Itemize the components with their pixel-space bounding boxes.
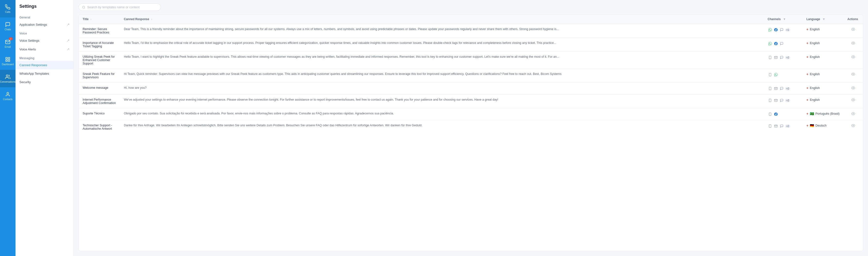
section-label-general: General: [16, 13, 73, 20]
nav-item-dashboard[interactable]: Dashboard: [0, 52, 16, 70]
sort-icon-title[interactable]: ↕: [90, 18, 92, 21]
sidebar-item-voice-alerts[interactable]: Voice Alerts ↗: [16, 45, 73, 54]
table-row: Suporte Técnico Obrigado por seu contato…: [79, 108, 863, 120]
search-input-wrap[interactable]: [79, 3, 161, 11]
sidebar-title: Settings: [16, 4, 73, 13]
row-actions-1: [843, 38, 863, 52]
svg-rect-16: [769, 87, 771, 90]
conversations-icon: [5, 74, 10, 80]
col-header-actions: Actions: [843, 15, 863, 24]
view-button-6[interactable]: [851, 112, 855, 117]
svg-point-15: [853, 74, 854, 75]
channel-icon-chat: [779, 27, 784, 32]
svg-rect-13: [769, 73, 771, 76]
col-header-channels: Channels ▼: [764, 15, 803, 24]
filter-icon-channels[interactable]: ▼: [783, 18, 786, 21]
eye-icon-6: [851, 112, 855, 116]
svg-rect-19: [769, 99, 771, 102]
channels-extra: +2: [785, 99, 790, 102]
flag-icon-7: 🇩🇪: [810, 124, 814, 127]
row-language-1: + English: [803, 38, 843, 52]
language-text-4: English: [810, 86, 820, 90]
row-actions-6: [843, 108, 863, 120]
row-actions-0: [843, 24, 863, 38]
view-button-2[interactable]: [851, 55, 855, 60]
sort-icon-response[interactable]: ↕: [151, 18, 152, 21]
svg-point-4: [6, 75, 8, 76]
sidebar: Settings General Application Settings ↗ …: [16, 0, 74, 256]
row-actions-7: [843, 120, 863, 134]
search-input[interactable]: [87, 5, 157, 9]
row-response-6: Obrigado por seu contato. Sua solicitaçã…: [120, 108, 764, 120]
row-language-3: + English: [803, 69, 843, 83]
eye-icon-0: [851, 27, 855, 31]
row-title-6: Suporte Técnico: [79, 108, 120, 120]
nav-item-contacts[interactable]: Contacts: [0, 87, 16, 105]
channel-icon-sms: [768, 72, 773, 77]
channel-icon-email: [774, 55, 778, 60]
eye-icon-3: [851, 72, 855, 76]
flag-icon-6: 🇧🇷: [810, 112, 814, 116]
eye-icon-4: [851, 86, 855, 90]
email-badge: 2: [9, 37, 12, 40]
chat-icon: [5, 22, 10, 27]
view-button-4[interactable]: [851, 86, 855, 91]
application-settings-label: Application Settings: [20, 23, 47, 26]
table-row: Reminder: Secure Password Practices Dear…: [79, 24, 863, 38]
svg-point-27: [853, 125, 854, 126]
add-language-icon-4[interactable]: +: [806, 86, 808, 90]
table-row: Sneak Peek Feature for Supervisors Hi Te…: [79, 69, 863, 83]
row-response-3: Hi Team, Quick reminder: Supervisors can…: [120, 69, 764, 83]
channels-extra: +2: [785, 56, 790, 59]
sidebar-item-security[interactable]: Security: [16, 78, 73, 86]
channel-icon-facebook: [774, 27, 778, 32]
row-response-7: Danke für Ihre Anfrage. Wir bearbeiten I…: [120, 120, 764, 134]
add-language-icon-6[interactable]: +: [806, 112, 808, 116]
nav-item-email[interactable]: 2 Email: [0, 35, 16, 52]
row-title-2: Utilizing Sneak Peek for Enhanced Custom…: [79, 52, 120, 69]
row-channels-7: +2: [764, 120, 803, 134]
view-button-7[interactable]: [851, 124, 855, 129]
external-link-icon-settings: ↗: [67, 23, 69, 26]
svg-point-6: [83, 6, 85, 8]
channel-icon-facebook: [774, 41, 778, 46]
view-button-1[interactable]: [851, 41, 855, 46]
row-channels-1: [764, 38, 803, 52]
add-language-icon-5[interactable]: +: [806, 98, 808, 102]
svg-point-9: [853, 42, 854, 44]
sidebar-item-canned-responses[interactable]: Canned Responses: [16, 61, 73, 69]
add-language-icon-0[interactable]: +: [806, 27, 808, 31]
canned-responses-label: Canned Responses: [20, 63, 47, 67]
eye-icon-1: [851, 41, 855, 45]
nav-item-conversations[interactable]: Conversations: [0, 70, 16, 87]
phone-icon: [5, 4, 10, 10]
section-label-voice: Voice: [16, 29, 73, 36]
view-button-3[interactable]: [851, 72, 855, 77]
nav-item-chats[interactable]: Chats: [0, 18, 16, 35]
sidebar-item-application-settings[interactable]: Application Settings ↗: [16, 20, 73, 29]
add-language-icon-3[interactable]: +: [806, 72, 808, 76]
svg-line-7: [84, 8, 85, 8]
row-title-0: Reminder: Secure Password Practices: [79, 24, 120, 38]
sidebar-item-voice-settings[interactable]: Voice Settings ↗: [16, 36, 73, 45]
row-actions-5: [843, 94, 863, 108]
add-language-icon-7[interactable]: +: [806, 124, 808, 127]
channel-icon-whatsapp: [768, 27, 773, 32]
filter-icon-language[interactable]: ▼: [823, 18, 825, 21]
row-title-4: Welcome message: [79, 83, 120, 94]
svg-point-5: [7, 92, 8, 94]
whatsapp-templates-label: WhatsApp Templates: [20, 72, 49, 76]
add-language-icon-2[interactable]: +: [806, 55, 808, 59]
channels-extra: +2: [785, 124, 790, 128]
table-row: Importance of Accurate Ticket Tagging He…: [79, 38, 863, 52]
table-row: Welcome message Hi, how are you? +2 + En…: [79, 83, 863, 94]
sidebar-item-whatsapp-templates[interactable]: WhatsApp Templates: [16, 69, 73, 78]
nav-item-calls[interactable]: Calls: [0, 0, 16, 18]
row-response-1: Hello Team, I'd like to emphasize the cr…: [120, 38, 764, 52]
row-language-7: + 🇩🇪 Deutsch: [803, 120, 843, 134]
view-button-0[interactable]: [851, 27, 855, 32]
add-language-icon-1[interactable]: +: [806, 41, 808, 45]
eye-icon-5: [851, 98, 855, 102]
view-button-5[interactable]: [851, 98, 855, 103]
table-row: Internet Performance Adjustment Confirma…: [79, 94, 863, 108]
